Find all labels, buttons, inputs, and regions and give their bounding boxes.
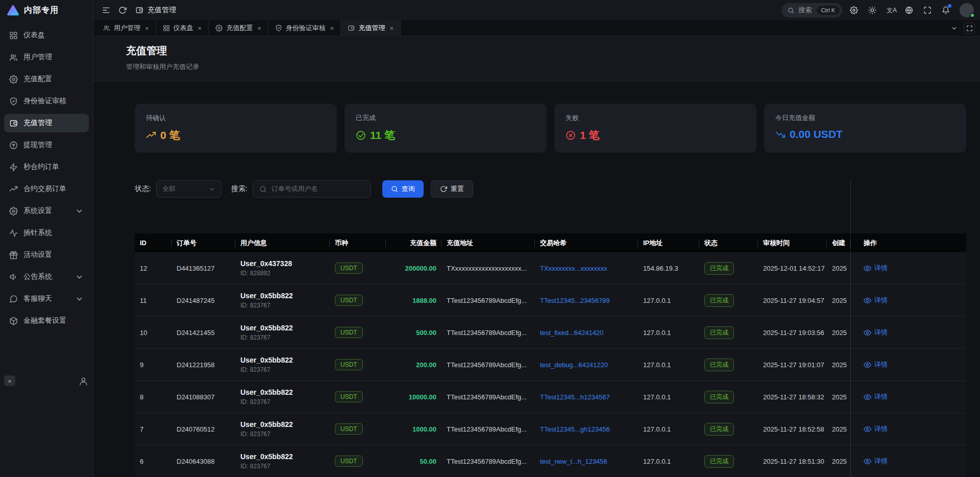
table-row: 10D241421455User_0x5bb822ID: 823767USDT5… (135, 317, 966, 349)
sun-button[interactable] (865, 3, 880, 18)
cell-address: TTest123456789AbcdEfg... (442, 329, 535, 337)
user-name: User_0x5bb822 (240, 420, 325, 428)
sidebar-item-label: 公告系统 (23, 272, 52, 281)
order-search-input[interactable]: 订单号或用户名 (253, 180, 371, 198)
cell-ip: 127.0.0.1 (638, 393, 699, 401)
tabs-focus-button[interactable] (964, 22, 975, 34)
cell-user-info: User_0x5bb822ID: 823767 (235, 292, 330, 309)
menu-fold-button[interactable] (99, 3, 114, 18)
sidebar-item-pin-system[interactable]: 插针系统 (4, 224, 89, 242)
sidebar-item-label: 金融套餐设置 (23, 316, 66, 325)
sidebar-item-recharge-manage[interactable]: 充值管理 (4, 114, 89, 132)
sidebar-item-recharge-config[interactable]: 充值配置 (4, 70, 89, 88)
sidebar-item-second-contract-orders[interactable]: 秒合约订单 (4, 158, 89, 176)
status-badge: 已完成 (704, 294, 734, 307)
tx-hash-link[interactable]: TTest12345...gh123456 (540, 425, 610, 433)
stat-label: 已完成 (356, 113, 535, 123)
tab-close-icon[interactable]: × (330, 25, 334, 32)
stat-card: 失败1 笔 (554, 104, 756, 153)
sidebar-user-icon[interactable] (79, 376, 88, 386)
sidebar-item-dashboard[interactable]: 仪表盘 (4, 26, 89, 44)
cell-review-time: 2025-11-27 18:52:58 (758, 425, 827, 433)
user-name: User_0x5bb822 (240, 292, 325, 300)
detail-link[interactable]: 详情 (850, 392, 966, 401)
search-icon (259, 185, 267, 193)
stat-value-text: 0 笔 (160, 128, 180, 142)
search-icon (391, 185, 398, 193)
tab-close-icon[interactable]: × (389, 25, 394, 32)
table-header-row: ID订单号用户信息币种充值金额充值地址交易哈希IP地址状态审核时间创建操作 (135, 233, 966, 252)
column-header-ip: IP地址 (638, 238, 699, 248)
tx-hash-link[interactable]: TXxxxxxxxx...xxxxxxxx (540, 265, 607, 272)
gear-button[interactable] (846, 3, 862, 18)
tx-hash-link[interactable]: TTest12345...h1234567 (540, 393, 610, 401)
cell-tx-hash: test_debug...64241220 (535, 361, 638, 369)
sidebar-item-kyc-review[interactable]: 身份验证审核 (4, 92, 89, 110)
sidebar-item-announcement-system[interactable]: 公告系统 (4, 268, 89, 286)
global-search-input[interactable]: 搜索 Ctrl K (781, 3, 843, 17)
tab-users[interactable]: 用户管理× (96, 20, 156, 36)
cell-tx-hash: TTest12345...gh123456 (535, 425, 638, 433)
query-button[interactable]: 查询 (382, 180, 424, 198)
tabs-chevron-down-button[interactable] (948, 22, 960, 34)
translate-button[interactable]: 文A (883, 3, 898, 18)
chat-icon (9, 295, 18, 303)
detail-link[interactable]: 详情 (850, 296, 966, 305)
topbar: 充值管理 搜索 Ctrl K 文A (93, 0, 980, 20)
sidebar-collapse-button[interactable]: « (4, 375, 15, 386)
tab-recharge-manage[interactable]: 充值管理× (341, 20, 401, 36)
detail-link[interactable]: 详情 (850, 424, 966, 434)
stat-label: 今日充值金额 (775, 113, 955, 123)
stat-card: 已完成11 笔 (345, 104, 547, 153)
tab-close-icon[interactable]: × (145, 25, 149, 32)
sidebar-item-customer-chat[interactable]: 客服聊天 (4, 290, 89, 308)
cell-user-info: User_0x437328ID: 828892 (235, 259, 330, 277)
cell-amount: 1888.00 (386, 297, 442, 304)
cell-ip: 127.0.0.1 (638, 361, 699, 369)
sidebar-item-activity-settings[interactable]: 活动设置 (4, 246, 89, 264)
column-header-hash: 交易哈希 (535, 238, 638, 248)
check-circle-icon (356, 130, 366, 140)
sidebar-item-user-manage[interactable]: 用户管理 (4, 48, 89, 66)
detail-link[interactable]: 详情 (850, 360, 966, 369)
status-select[interactable]: 全部 (156, 180, 222, 198)
refresh-button[interactable] (115, 3, 130, 18)
tx-hash-link[interactable]: test_new_t...h_123456 (540, 458, 607, 465)
tab-kyc-review[interactable]: 身份验证审核× (268, 20, 341, 36)
detail-link[interactable]: 详情 (850, 457, 966, 466)
tx-hash-link[interactable]: test_debug...64241220 (540, 361, 608, 369)
sidebar-item-finance-package-settings[interactable]: 金融套餐设置 (4, 312, 89, 330)
table-row: 9D241221958User_0x5bb822ID: 823767USDT20… (135, 349, 966, 381)
detail-link[interactable]: 详情 (850, 328, 966, 337)
sidebar: 内部专用 仪表盘用户管理充值配置身份验证审核充值管理提现管理秒合约订单合约交易订… (0, 0, 93, 477)
tab-dashboard[interactable]: 仪表盘× (156, 20, 209, 36)
tab-close-icon[interactable]: × (257, 25, 261, 32)
reset-button[interactable]: 重置 (431, 180, 473, 198)
tab-recharge-config[interactable]: 充值配置× (209, 20, 268, 36)
tab-close-icon[interactable]: × (198, 25, 202, 32)
globe-button[interactable] (901, 3, 917, 18)
sidebar-item-system-settings[interactable]: 系统设置 (4, 202, 89, 220)
sidebar-item-withdraw-manage[interactable]: 提现管理 (4, 136, 89, 154)
user-id: ID: 828892 (240, 270, 325, 277)
tx-hash-link[interactable]: test_fixed...64241420 (540, 329, 603, 337)
notification-dot (948, 4, 951, 8)
bell-button[interactable] (938, 3, 953, 18)
refresh-icon (440, 185, 447, 193)
stat-value: 1 笔 (566, 128, 745, 142)
detail-link[interactable]: 详情 (850, 264, 966, 273)
tx-hash-link[interactable]: TTest12345...23456789 (540, 297, 610, 304)
chevron-down-icon (209, 186, 215, 193)
maximize-button[interactable] (920, 3, 935, 18)
detail-link-label: 详情 (874, 457, 888, 466)
currency-badge: USDT (335, 359, 363, 370)
sidebar-item-contract-trade-orders[interactable]: 合约交易订单 (4, 180, 89, 198)
cell-status: 已完成 (699, 294, 758, 307)
status-badge: 已完成 (704, 455, 734, 468)
avatar[interactable] (960, 3, 974, 17)
cell-order-no: D241487245 (172, 297, 235, 304)
column-header-user: 用户信息 (235, 238, 330, 248)
stat-value-text: 11 笔 (370, 128, 395, 142)
column-header-currency: 币种 (330, 238, 386, 248)
stats-row: 待确认0 笔已完成11 笔失败1 笔今日充值金额0.00 USDT (135, 104, 966, 153)
